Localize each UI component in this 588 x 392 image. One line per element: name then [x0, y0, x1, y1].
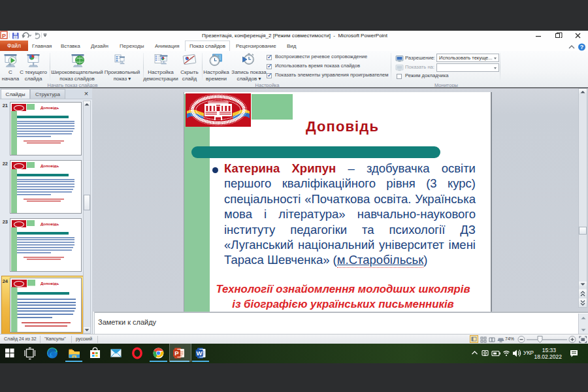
- svg-text:?: ?: [580, 44, 584, 50]
- svg-text:P: P: [2, 33, 6, 39]
- svg-text:W: W: [197, 350, 203, 357]
- svg-text:УКР: УКР: [523, 350, 534, 356]
- svg-text:18.02.2022: 18.02.2022: [534, 353, 562, 360]
- svg-text:15:33: 15:33: [542, 347, 557, 353]
- svg-text:1 9 2 1: 1 9 2 1: [216, 118, 221, 120]
- svg-text:P: P: [174, 350, 179, 357]
